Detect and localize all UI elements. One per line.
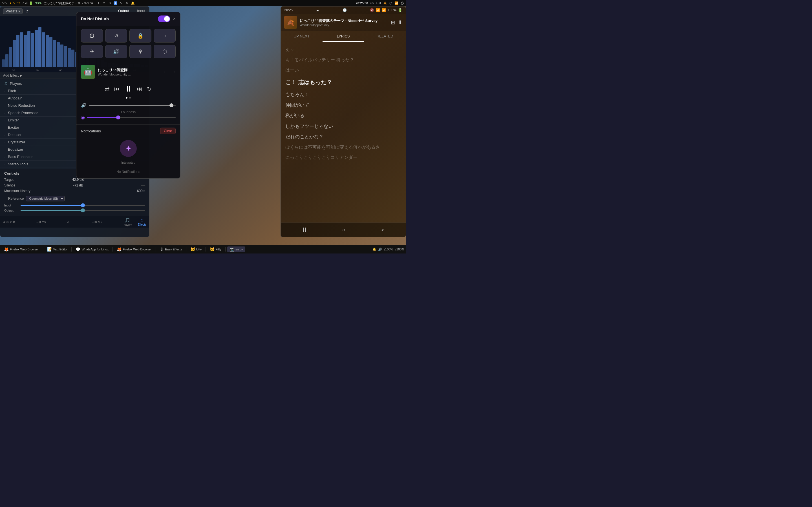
eq-bar-11 <box>42 33 45 67</box>
taskbar-battery-2: ↑100% <box>395 247 404 251</box>
dnd-album-art: 🤖 <box>81 65 95 79</box>
eq-bar-16 <box>60 45 63 67</box>
taskbar-easy-effects[interactable]: 🎚 Easy Effects <box>158 246 185 252</box>
dnd-icon-grid: ⏻ ↺ 🔒 → ✈ 🔊 🎙 ⬡ <box>77 25 180 62</box>
notification-star-area: ✦ <box>77 137 180 160</box>
pause-icon[interactable]: ⏸ <box>397 19 402 25</box>
taskbar-text-editor[interactable]: 📝 Text Editor <box>45 246 70 252</box>
workspace-5[interactable]: 5 <box>119 1 123 5</box>
play-pause-nav[interactable]: ⏸ <box>301 226 308 233</box>
bluetooth-btn[interactable]: ⬡ <box>154 45 175 58</box>
restart-btn[interactable]: ↺ <box>105 29 127 43</box>
whatsapp-icon: 💬 <box>75 247 80 251</box>
srcpy-icon: 📷 <box>230 247 234 251</box>
effects-icon: 🎚 <box>140 217 144 223</box>
mic-btn[interactable]: 🎙 <box>130 45 151 58</box>
next-arrow[interactable]: → <box>170 69 175 75</box>
eq-bar-10 <box>38 27 42 67</box>
db2: -20 dB <box>93 220 101 224</box>
add-effect-button[interactable]: Add Effect ▶ <box>3 73 22 77</box>
power-icon[interactable]: ⏻ <box>401 1 404 5</box>
prev-arrow[interactable]: ← <box>163 69 168 75</box>
workspace-1[interactable]: 1 <box>97 1 100 5</box>
cast-icon[interactable]: ⊞ <box>391 19 395 25</box>
home-nav[interactable]: ○ <box>342 227 345 233</box>
tab-up-next[interactable]: UP NEXT <box>281 31 322 42</box>
presets-button[interactable]: Presets ▾ <box>3 8 22 14</box>
clear-button[interactable]: Clear <box>160 128 175 134</box>
tab-lyrics[interactable]: LYRICS <box>322 31 364 42</box>
max-history-row: Maximum History 600 s <box>4 189 145 193</box>
loudness-slider[interactable] <box>87 117 175 118</box>
input-label: Input <box>4 204 18 207</box>
kitty-icon-1: 🐱 <box>190 247 195 251</box>
mp-tabs: UP NEXT LYRICS RELATED <box>281 31 406 42</box>
bell-icon[interactable]: 🔔 <box>131 1 135 5</box>
taskbar-srcpy[interactable]: 📷 srcpy <box>227 246 245 252</box>
bottom-tabs: 🎵 Players 🎚 Effects <box>123 217 146 226</box>
top-bar: 5% 🌡 58°C 7.26 🔋 93% にっこり^^調査隊のテーマ - Nic… <box>0 0 406 6</box>
lyric-line: もちろん！ <box>285 89 401 100</box>
taskbar-whatsapp[interactable]: 💬 WhatsApp for Linux <box>73 246 111 252</box>
silence-row: Silence -71 dB ── <box>4 183 145 187</box>
reference-select[interactable]: Geometric Mean (SI) <box>26 196 64 202</box>
workspace-4[interactable]: 4 <box>114 1 117 5</box>
lock-btn[interactable]: 🔒 <box>130 29 151 43</box>
taskbar-kitty-1[interactable]: 🐱 kitty <box>188 246 204 252</box>
taskbar-firefox-2[interactable]: 🦊 Firefox Web Browser <box>114 246 154 252</box>
dnd-header: Do Not Disturb × <box>77 12 180 25</box>
taskbar-bell[interactable]: 🔔 <box>372 247 376 251</box>
dnd-nav-arrows: ← → <box>163 69 175 75</box>
mp-track-title: にっこり^^調査隊のテーマ - Niccori^^ Survey <box>300 18 388 23</box>
tab-players[interactable]: 🎵 Players <box>123 217 132 226</box>
taskbar-right: 🔔 🔊 ↑100% ↑100% <box>372 247 404 251</box>
dnd-sliders: 🔊 Loudness ◉ <box>77 100 180 124</box>
eq-bar-15 <box>57 42 60 67</box>
taskbar-volume[interactable]: 🔊 <box>378 247 382 251</box>
output-slider[interactable] <box>20 210 145 211</box>
battery-percent: 93% <box>35 1 42 5</box>
dot-1 <box>126 97 128 99</box>
back-nav[interactable]: ＜ <box>380 226 385 233</box>
power-btn[interactable]: ⏻ <box>81 29 103 43</box>
no-notifications-label: No Notifications <box>77 165 180 178</box>
flag-icon: us <box>370 1 374 5</box>
taskbar-kitty-2[interactable]: 🐱 kitty <box>207 246 223 252</box>
dnd-title: Do Not Disturb <box>81 17 109 21</box>
eq-bar-4 <box>16 35 19 67</box>
tab-related[interactable]: RELATED <box>364 31 406 42</box>
bluetooth-icon: ⬡ <box>389 1 392 5</box>
next-btn[interactable]: ⏭ <box>137 86 142 92</box>
dnd-toggle[interactable] <box>158 15 170 22</box>
mp-status-bar: 20:25 ☁ 🕐 🔇 📶 📶 100% 🔋 <box>281 6 406 14</box>
workspace-2[interactable]: 2 <box>102 1 106 5</box>
refresh-button[interactable]: ↺ <box>26 9 29 13</box>
pause-btn[interactable]: ⏸ <box>124 84 132 94</box>
lyric-line: え～ <box>285 45 401 55</box>
dnd-track-artist: Wonderfulopportunity ... <box>98 73 160 76</box>
workspace-6[interactable]: 6 <box>125 1 129 5</box>
ee-bottom-bar: 48.0 kHz 5.0 ms -18 -20 dB 🎵 Players 🎚 E… <box>0 216 149 228</box>
logout-btn[interactable]: → <box>154 29 175 43</box>
dnd-modal: Do Not Disturb × ⏻ ↺ 🔒 → ✈ 🔊 🎙 ⬡ 🤖 にっこ <box>76 12 181 179</box>
volume-slider[interactable] <box>89 105 175 106</box>
mp-right-controls: ⊞ ⏸ <box>391 19 402 25</box>
now-playing-bar: 🍂 にっこり^^調査隊のテーマ - Niccori^^ Survey Wonde… <box>281 14 406 31</box>
prev-btn[interactable]: ⏮ <box>114 86 120 92</box>
airplane-btn[interactable]: ✈ <box>81 45 103 58</box>
brightness-icon: 🔆 <box>383 1 387 5</box>
shuffle-btn[interactable]: ⇄ <box>105 86 110 93</box>
latency: 5.0 ms <box>36 220 46 224</box>
dnd-close-button[interactable]: × <box>173 16 175 21</box>
taskbar-firefox-1[interactable]: 🦊 Firefox Web Browser <box>2 246 41 252</box>
repeat-btn[interactable]: ↻ <box>147 86 152 93</box>
eq-bar-0 <box>2 59 5 67</box>
text-editor-icon: 📝 <box>47 247 52 251</box>
mp-clock-icon: 🕐 <box>343 8 347 12</box>
workspace-3[interactable]: 3 <box>108 1 111 5</box>
input-slider[interactable] <box>20 205 145 206</box>
dot-2 <box>129 97 131 99</box>
volume-btn[interactable]: 🔊 <box>105 45 127 58</box>
tab-effects[interactable]: 🎚 Effects <box>138 217 146 226</box>
eq-bar-2 <box>9 47 12 67</box>
